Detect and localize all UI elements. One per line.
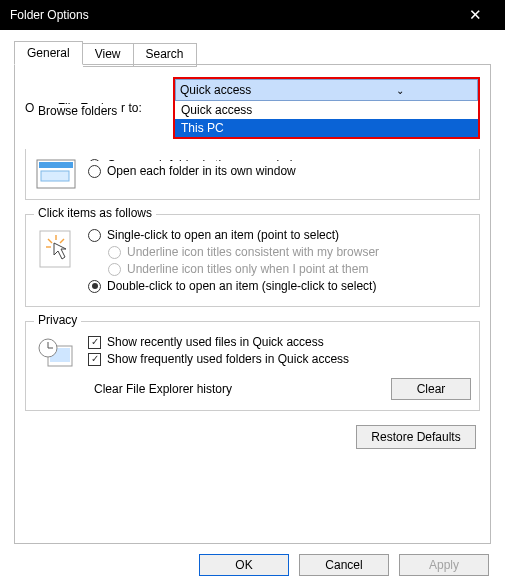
click-items-legend: Click items as follows	[34, 206, 156, 220]
radio-icon	[88, 159, 101, 162]
checkbox-icon	[88, 353, 101, 366]
browse-same-label: Open each folder in the same window	[107, 158, 308, 161]
svg-rect-2	[41, 171, 69, 181]
dialog-footer: OK Cancel Apply	[0, 544, 505, 580]
recent-files-check[interactable]: Show recently used files in Quick access	[88, 335, 471, 349]
ok-button[interactable]: OK	[199, 554, 289, 576]
chevron-down-icon: ⌄	[327, 85, 474, 96]
browse-own-label: Open each folder in its own window	[107, 164, 296, 178]
restore-defaults-button[interactable]: Restore Defaults	[356, 425, 476, 449]
open-dropdown-list: Quick access This PC	[175, 101, 478, 137]
underline-consistent-radio: Underline icon titles consistent with my…	[108, 245, 471, 259]
browse-folder-icon	[34, 155, 78, 189]
window-title: Folder Options	[10, 8, 455, 22]
underline-consistent-label: Underline icon titles consistent with my…	[127, 245, 379, 259]
frequent-folders-label: Show frequently used folders in Quick ac…	[107, 352, 349, 366]
open-option-this-pc[interactable]: This PC	[175, 119, 478, 137]
underline-point-radio: Underline icon titles only when I point …	[108, 262, 471, 276]
frequent-folders-check[interactable]: Show frequently used folders in Quick ac…	[88, 352, 471, 366]
single-click-label: Single-click to open an item (point to s…	[107, 228, 339, 242]
radio-icon	[108, 263, 121, 276]
svg-rect-1	[39, 162, 73, 168]
open-dropdown[interactable]: Quick access ⌄ Quick access This PC	[173, 77, 480, 139]
privacy-legend: Privacy	[34, 313, 81, 327]
recent-files-label: Show recently used files in Quick access	[107, 335, 324, 349]
titlebar: Folder Options ✕	[0, 0, 505, 30]
privacy-group: Privacy Show recently used files in Quic…	[25, 321, 480, 411]
clear-history-label: Clear File Explorer history	[88, 382, 391, 396]
clear-button[interactable]: Clear	[391, 378, 471, 400]
panel-general: Open File Explorer to: Quick access ⌄ Qu…	[14, 64, 491, 544]
close-icon[interactable]: ✕	[455, 6, 495, 24]
open-dropdown-selected: Quick access	[180, 83, 327, 97]
double-click-radio[interactable]: Double-click to open an item (single-cli…	[88, 279, 471, 293]
double-click-label: Double-click to open an item (single-cli…	[107, 279, 376, 293]
browse-folders-group: Browse folders Open each folder in the s…	[25, 149, 480, 200]
apply-button[interactable]: Apply	[399, 554, 489, 576]
open-option-quick-access[interactable]: Quick access	[175, 101, 478, 119]
click-items-group: Click items as follows Single-click to o…	[25, 214, 480, 307]
click-icon	[34, 225, 78, 296]
tabs: General View Search	[14, 41, 491, 65]
radio-icon	[88, 165, 101, 178]
radio-icon	[88, 280, 101, 293]
checkbox-icon	[88, 336, 101, 349]
browse-same-window-radio[interactable]: Open each folder in the same window	[88, 158, 471, 161]
radio-icon	[88, 229, 101, 242]
single-click-radio[interactable]: Single-click to open an item (point to s…	[88, 228, 471, 242]
radio-icon	[108, 246, 121, 259]
tab-general[interactable]: General	[14, 41, 83, 65]
browse-folders-legend: Browse folders	[34, 104, 121, 118]
browse-own-window-radio[interactable]: Open each folder in its own window	[88, 164, 471, 178]
cancel-button[interactable]: Cancel	[299, 554, 389, 576]
privacy-icon	[34, 332, 78, 400]
underline-point-label: Underline icon titles only when I point …	[127, 262, 368, 276]
